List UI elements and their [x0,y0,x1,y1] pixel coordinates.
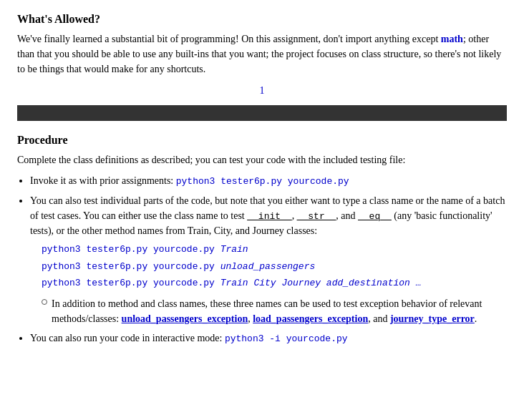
bullet2-init: __init__ [247,211,291,222]
bullet3-code: python3 -i yourcode.py [225,333,348,344]
circle-end: . [475,313,477,324]
circle-item: In addition to method and class names, t… [42,296,507,326]
bullet2-mid2: , and [336,210,358,221]
procedure-heading: Procedure [17,134,507,147]
code-line2-italic: unload_passengers [220,261,316,272]
bullet1-text: Invoke it as with prior assignments: [30,175,176,186]
procedure-list: Invoke it as with prior assignments: pyt… [30,173,507,346]
code-line3-pre: python3 tester6p.py yourcode.py [42,278,220,288]
page-number-area: 1 [17,85,507,97]
bullet-invoke: Invoke it as with prior assignments: pyt… [30,173,507,189]
code-line3-italic: Train City Journey add_destination … [220,278,422,288]
main-content: What's Allowed? We've finally learned a … [0,0,524,364]
circle-item-text: In addition to method and class names, t… [52,296,507,326]
code-line2-pre: python3 tester6p.py yourcode.py [42,261,220,272]
bullet3-text: You can also run your code in interactiv… [30,333,225,343]
code-line1-italic: Train [220,244,248,255]
bullet2-eq: __eq__ [358,211,392,222]
bullet2-mid: , [292,210,297,221]
code-lines-list: python3 tester6p.py yourcode.py Train py… [42,241,507,290]
whats-allowed-section: What's Allowed? We've finally learned a … [17,13,507,77]
bullet1-code: python3 tester6p.py yourcode.py [176,176,349,187]
whats-allowed-text1: We've finally learned a substantial bit … [17,34,441,44]
page-number[interactable]: 1 [260,85,265,96]
circle-bullet-icon [42,299,47,305]
circle-link1[interactable]: unload_passengers_exception [122,313,248,324]
circle-link3[interactable]: journey_type_error [390,313,475,324]
math-link[interactable]: math [441,34,463,44]
whats-allowed-paragraph: We've finally learned a substantial bit … [17,31,507,77]
bullet-test-parts: You can also test individual parts of th… [30,193,507,326]
procedure-section: Procedure Complete the class definitions… [17,134,507,346]
code-line1-pre: python3 tester6p.py yourcode.py [42,244,220,255]
procedure-intro: Complete the class definitions as descri… [17,152,507,167]
bullet2-str: __str__ [297,211,336,222]
code-line1: python3 tester6p.py yourcode.py Train [42,241,507,257]
dark-divider-bar [17,105,507,121]
circle-and: , and [368,313,390,324]
code-line2: python3 tester6p.py yourcode.py unload_p… [42,258,507,274]
circle-link2[interactable]: load_passengers_exception [253,313,368,324]
whats-allowed-heading: What's Allowed? [17,13,507,26]
code-line3: python3 tester6p.py yourcode.py Train Ci… [42,275,507,290]
bullet-interactive-mode: You can also run your code in interactiv… [30,331,507,346]
